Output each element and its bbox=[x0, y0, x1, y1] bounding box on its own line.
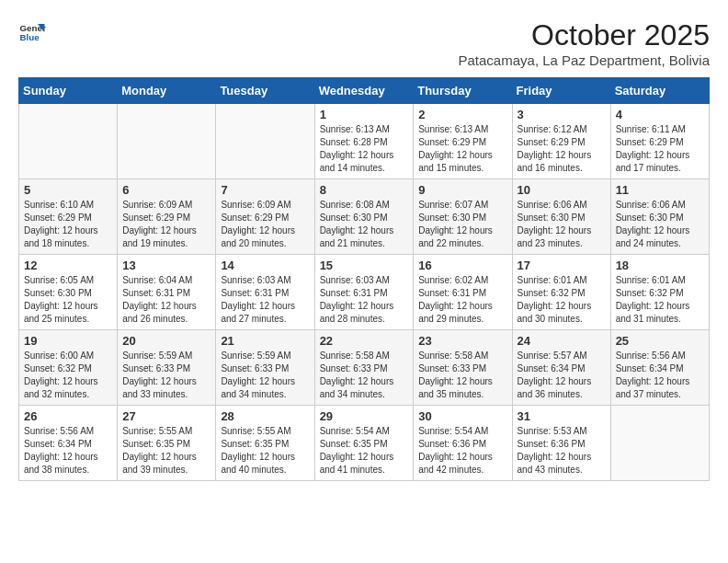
weekday-header-thursday: Thursday bbox=[414, 78, 512, 104]
day-number: 18 bbox=[616, 259, 704, 272]
day-info: Sunrise: 5:59 AM Sunset: 6:33 PM Dayligh… bbox=[122, 350, 210, 401]
calendar-day-cell: 15Sunrise: 6:03 AM Sunset: 6:31 PM Dayli… bbox=[314, 255, 414, 330]
calendar-day-cell: 4Sunrise: 6:11 AM Sunset: 6:29 PM Daylig… bbox=[610, 104, 709, 179]
day-info: Sunrise: 6:06 AM Sunset: 6:30 PM Dayligh… bbox=[616, 199, 704, 250]
weekday-header-tuesday: Tuesday bbox=[216, 78, 314, 104]
calendar-day-cell bbox=[610, 406, 709, 481]
calendar-day-cell: 3Sunrise: 6:12 AM Sunset: 6:29 PM Daylig… bbox=[512, 104, 610, 179]
weekday-header-sunday: Sunday bbox=[19, 78, 118, 104]
day-info: Sunrise: 6:03 AM Sunset: 6:31 PM Dayligh… bbox=[221, 274, 309, 326]
day-number: 19 bbox=[24, 334, 112, 348]
title-section: October 2025 Patacamaya, La Paz Departme… bbox=[459, 18, 710, 68]
day-info: Sunrise: 6:03 AM Sunset: 6:31 PM Dayligh… bbox=[320, 274, 409, 326]
calendar-day-cell: 20Sunrise: 5:59 AM Sunset: 6:33 PM Dayli… bbox=[118, 330, 216, 406]
calendar-day-cell: 29Sunrise: 5:54 AM Sunset: 6:35 PM Dayli… bbox=[314, 406, 414, 481]
day-number: 7 bbox=[221, 183, 309, 197]
day-info: Sunrise: 5:56 AM Sunset: 6:34 PM Dayligh… bbox=[616, 350, 704, 401]
day-info: Sunrise: 6:10 AM Sunset: 6:29 PM Dayligh… bbox=[24, 199, 112, 250]
calendar-day-cell: 11Sunrise: 6:06 AM Sunset: 6:30 PM Dayli… bbox=[610, 179, 709, 255]
day-number: 31 bbox=[518, 409, 606, 423]
day-number: 9 bbox=[418, 183, 506, 197]
logo-icon: General Blue bbox=[18, 18, 46, 46]
svg-text:Blue: Blue bbox=[20, 32, 40, 42]
day-info: Sunrise: 6:01 AM Sunset: 6:32 PM Dayligh… bbox=[616, 274, 704, 326]
calendar-day-cell: 24Sunrise: 5:57 AM Sunset: 6:34 PM Dayli… bbox=[512, 330, 610, 406]
calendar-day-cell: 31Sunrise: 5:53 AM Sunset: 6:36 PM Dayli… bbox=[512, 406, 610, 481]
day-number: 14 bbox=[221, 259, 309, 272]
calendar-week-row: 1Sunrise: 6:13 AM Sunset: 6:28 PM Daylig… bbox=[19, 104, 710, 179]
day-number: 28 bbox=[221, 409, 309, 423]
day-number: 17 bbox=[518, 259, 606, 272]
day-info: Sunrise: 6:00 AM Sunset: 6:32 PM Dayligh… bbox=[24, 350, 112, 401]
day-info: Sunrise: 6:04 AM Sunset: 6:31 PM Dayligh… bbox=[122, 274, 210, 326]
calendar-week-row: 19Sunrise: 6:00 AM Sunset: 6:32 PM Dayli… bbox=[19, 330, 710, 406]
day-info: Sunrise: 5:56 AM Sunset: 6:34 PM Dayligh… bbox=[24, 425, 112, 477]
day-number: 2 bbox=[418, 108, 506, 121]
day-number: 1 bbox=[320, 108, 409, 121]
calendar-day-cell: 19Sunrise: 6:00 AM Sunset: 6:32 PM Dayli… bbox=[19, 330, 118, 406]
day-number: 24 bbox=[518, 334, 606, 348]
calendar-day-cell: 25Sunrise: 5:56 AM Sunset: 6:34 PM Dayli… bbox=[610, 330, 709, 406]
day-info: Sunrise: 6:11 AM Sunset: 6:29 PM Dayligh… bbox=[616, 123, 704, 175]
day-info: Sunrise: 5:57 AM Sunset: 6:34 PM Dayligh… bbox=[518, 350, 606, 401]
location-title: Patacamaya, La Paz Department, Bolivia bbox=[459, 52, 710, 68]
weekday-header-wednesday: Wednesday bbox=[314, 78, 414, 104]
calendar-day-cell bbox=[19, 104, 118, 179]
day-number: 3 bbox=[518, 108, 606, 121]
weekday-header-saturday: Saturday bbox=[610, 78, 709, 104]
calendar-day-cell: 17Sunrise: 6:01 AM Sunset: 6:32 PM Dayli… bbox=[512, 255, 610, 330]
logo: General Blue bbox=[18, 18, 46, 46]
day-info: Sunrise: 5:55 AM Sunset: 6:35 PM Dayligh… bbox=[221, 425, 309, 477]
day-info: Sunrise: 6:13 AM Sunset: 6:29 PM Dayligh… bbox=[418, 123, 506, 175]
calendar-week-row: 12Sunrise: 6:05 AM Sunset: 6:30 PM Dayli… bbox=[19, 255, 710, 330]
calendar-day-cell: 8Sunrise: 6:08 AM Sunset: 6:30 PM Daylig… bbox=[314, 179, 414, 255]
day-number: 11 bbox=[616, 183, 704, 197]
calendar-day-cell: 23Sunrise: 5:58 AM Sunset: 6:33 PM Dayli… bbox=[414, 330, 512, 406]
calendar-day-cell: 10Sunrise: 6:06 AM Sunset: 6:30 PM Dayli… bbox=[512, 179, 610, 255]
calendar-day-cell bbox=[216, 104, 314, 179]
day-info: Sunrise: 6:09 AM Sunset: 6:29 PM Dayligh… bbox=[221, 199, 309, 250]
day-info: Sunrise: 5:54 AM Sunset: 6:36 PM Dayligh… bbox=[418, 425, 506, 477]
calendar-week-row: 5Sunrise: 6:10 AM Sunset: 6:29 PM Daylig… bbox=[19, 179, 710, 255]
day-info: Sunrise: 6:06 AM Sunset: 6:30 PM Dayligh… bbox=[518, 199, 606, 250]
calendar-day-cell: 7Sunrise: 6:09 AM Sunset: 6:29 PM Daylig… bbox=[216, 179, 314, 255]
day-number: 21 bbox=[221, 334, 309, 348]
day-number: 23 bbox=[418, 334, 506, 348]
calendar-table: SundayMondayTuesdayWednesdayThursdayFrid… bbox=[18, 77, 710, 481]
calendar-day-cell: 6Sunrise: 6:09 AM Sunset: 6:29 PM Daylig… bbox=[118, 179, 216, 255]
weekday-header-monday: Monday bbox=[118, 78, 216, 104]
calendar-day-cell: 14Sunrise: 6:03 AM Sunset: 6:31 PM Dayli… bbox=[216, 255, 314, 330]
day-info: Sunrise: 5:58 AM Sunset: 6:33 PM Dayligh… bbox=[320, 350, 409, 401]
day-number: 5 bbox=[24, 183, 112, 197]
page-header: General Blue October 2025 Patacamaya, La… bbox=[18, 18, 710, 68]
weekday-header-row: SundayMondayTuesdayWednesdayThursdayFrid… bbox=[19, 78, 710, 104]
calendar-day-cell: 12Sunrise: 6:05 AM Sunset: 6:30 PM Dayli… bbox=[19, 255, 118, 330]
day-info: Sunrise: 6:13 AM Sunset: 6:28 PM Dayligh… bbox=[320, 123, 409, 175]
calendar-day-cell: 28Sunrise: 5:55 AM Sunset: 6:35 PM Dayli… bbox=[216, 406, 314, 481]
day-info: Sunrise: 5:59 AM Sunset: 6:33 PM Dayligh… bbox=[221, 350, 309, 401]
calendar-day-cell: 30Sunrise: 5:54 AM Sunset: 6:36 PM Dayli… bbox=[414, 406, 512, 481]
day-number: 26 bbox=[24, 409, 112, 423]
day-number: 12 bbox=[24, 259, 112, 272]
calendar-week-row: 26Sunrise: 5:56 AM Sunset: 6:34 PM Dayli… bbox=[19, 406, 710, 481]
day-info: Sunrise: 6:12 AM Sunset: 6:29 PM Dayligh… bbox=[518, 123, 606, 175]
calendar-day-cell: 22Sunrise: 5:58 AM Sunset: 6:33 PM Dayli… bbox=[314, 330, 414, 406]
day-info: Sunrise: 6:05 AM Sunset: 6:30 PM Dayligh… bbox=[24, 274, 112, 326]
day-info: Sunrise: 5:54 AM Sunset: 6:35 PM Dayligh… bbox=[320, 425, 409, 477]
calendar-day-cell: 2Sunrise: 6:13 AM Sunset: 6:29 PM Daylig… bbox=[414, 104, 512, 179]
weekday-header-friday: Friday bbox=[512, 78, 610, 104]
month-title: October 2025 bbox=[459, 18, 710, 52]
day-number: 27 bbox=[122, 409, 210, 423]
calendar-day-cell: 27Sunrise: 5:55 AM Sunset: 6:35 PM Dayli… bbox=[118, 406, 216, 481]
day-info: Sunrise: 6:09 AM Sunset: 6:29 PM Dayligh… bbox=[122, 199, 210, 250]
day-number: 15 bbox=[320, 259, 409, 272]
day-number: 13 bbox=[122, 259, 210, 272]
day-info: Sunrise: 5:58 AM Sunset: 6:33 PM Dayligh… bbox=[418, 350, 506, 401]
day-info: Sunrise: 6:07 AM Sunset: 6:30 PM Dayligh… bbox=[418, 199, 506, 250]
day-number: 16 bbox=[418, 259, 506, 272]
day-number: 25 bbox=[616, 334, 704, 348]
calendar-day-cell: 21Sunrise: 5:59 AM Sunset: 6:33 PM Dayli… bbox=[216, 330, 314, 406]
day-number: 8 bbox=[320, 183, 409, 197]
calendar-day-cell: 26Sunrise: 5:56 AM Sunset: 6:34 PM Dayli… bbox=[19, 406, 118, 481]
day-info: Sunrise: 6:01 AM Sunset: 6:32 PM Dayligh… bbox=[518, 274, 606, 326]
